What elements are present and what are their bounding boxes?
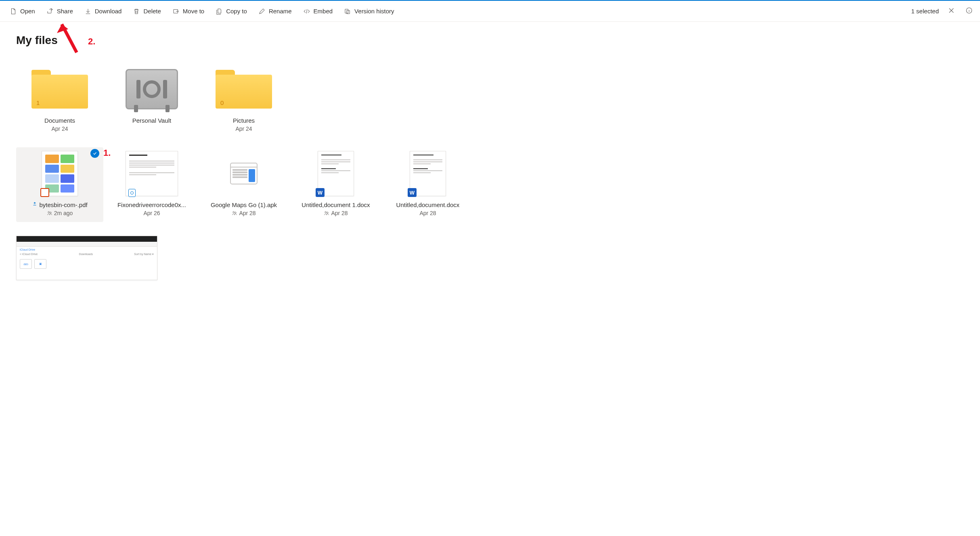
item-meta: Apr 24 bbox=[51, 126, 68, 132]
item-meta: Apr 26 bbox=[143, 210, 160, 216]
rename-button[interactable]: Rename bbox=[254, 5, 296, 17]
selection-check-icon[interactable] bbox=[90, 149, 99, 158]
svg-point-4 bbox=[48, 211, 50, 213]
folder-thumb: 1 bbox=[29, 67, 90, 111]
toolbar-left: Open Share Download Delete Move to Copy … bbox=[6, 5, 911, 17]
info-button[interactable] bbox=[964, 5, 974, 17]
download-icon bbox=[84, 8, 92, 15]
item-name: Untitled,document 1.docx bbox=[302, 201, 370, 208]
info-icon bbox=[965, 7, 973, 14]
delete-button[interactable]: Delete bbox=[129, 5, 165, 17]
selection-count: 1 selected bbox=[911, 8, 939, 15]
file-thumb bbox=[121, 151, 182, 196]
file-badge-icon bbox=[128, 189, 136, 197]
svg-point-9 bbox=[327, 212, 329, 214]
file-item-apk[interactable]: Google Maps Go (1).apk Apr 28 bbox=[200, 147, 287, 222]
share-label: Share bbox=[57, 8, 73, 15]
toolbar-right: 1 selected bbox=[911, 5, 974, 17]
item-meta: Apr 24 bbox=[235, 126, 252, 132]
file-icon bbox=[10, 8, 17, 15]
code-icon bbox=[303, 8, 310, 15]
new-badge-icon bbox=[32, 201, 38, 208]
copy-to-button[interactable]: Copy to bbox=[211, 5, 251, 17]
move-icon bbox=[172, 8, 180, 15]
file-item-image[interactable]: iCloud Drive < iCloud DriveDownloadsSort… bbox=[16, 232, 161, 286]
download-label: Download bbox=[95, 8, 122, 15]
item-meta: 2m ago bbox=[47, 210, 73, 216]
file-item-word-1[interactable]: Untitled,document 1.docx Apr 28 bbox=[292, 147, 379, 222]
close-icon bbox=[948, 7, 955, 14]
embed-label: Embed bbox=[314, 8, 333, 15]
item-name: bytesbin-com-.pdf bbox=[32, 201, 87, 208]
file-item-word-2[interactable]: Untitled,document.docx Apr 28 bbox=[384, 147, 471, 222]
embed-button[interactable]: Embed bbox=[299, 5, 337, 17]
item-meta: Apr 28 bbox=[419, 210, 436, 216]
svg-point-5 bbox=[50, 212, 51, 214]
file-grid: 1 Documents Apr 24 Personal Vault bbox=[16, 63, 964, 286]
clear-selection-button[interactable] bbox=[946, 5, 957, 17]
item-name: Pictures bbox=[233, 117, 255, 124]
folder-count: 0 bbox=[220, 99, 224, 106]
item-name: Documents bbox=[44, 117, 75, 124]
delete-label: Delete bbox=[143, 8, 161, 15]
vault-thumb bbox=[121, 67, 182, 111]
version-history-button[interactable]: Version history bbox=[340, 5, 398, 17]
folder-count: 1 bbox=[36, 99, 40, 106]
svg-point-7 bbox=[235, 212, 237, 214]
vault-item[interactable]: Personal Vault bbox=[108, 63, 195, 138]
item-name: Google Maps Go (1).apk bbox=[211, 201, 277, 208]
shared-icon bbox=[324, 210, 329, 216]
item-name: Fixonedriveerrorcode0x... bbox=[117, 201, 186, 208]
share-icon bbox=[46, 8, 54, 15]
copy-to-label: Copy to bbox=[226, 8, 247, 15]
folder-thumb: 0 bbox=[214, 67, 274, 111]
move-to-label: Move to bbox=[183, 8, 204, 15]
shared-icon bbox=[232, 210, 237, 216]
open-label: Open bbox=[20, 8, 35, 15]
svg-point-6 bbox=[233, 211, 235, 213]
folder-item-documents[interactable]: 1 Documents Apr 24 bbox=[16, 63, 103, 138]
file-thumb bbox=[214, 151, 274, 196]
move-to-button[interactable]: Move to bbox=[168, 5, 208, 17]
open-button[interactable]: Open bbox=[6, 5, 39, 17]
download-button[interactable]: Download bbox=[80, 5, 126, 17]
item-meta: Apr 28 bbox=[232, 210, 255, 216]
history-icon bbox=[344, 8, 351, 15]
file-item-doc[interactable]: Fixonedriveerrorcode0x... Apr 26 bbox=[108, 147, 195, 222]
file-thumb bbox=[306, 151, 366, 196]
page-title: My files bbox=[16, 34, 964, 47]
shared-icon bbox=[47, 210, 52, 216]
share-button[interactable]: Share bbox=[42, 5, 77, 17]
folder-item-pictures[interactable]: 0 Pictures Apr 24 bbox=[200, 63, 287, 138]
svg-point-8 bbox=[325, 211, 327, 213]
content-area: My files 2. 1. 1 Documents Apr 24 bbox=[0, 22, 980, 298]
trash-icon bbox=[133, 8, 140, 15]
file-thumb bbox=[29, 151, 90, 196]
item-name: Untitled,document.docx bbox=[396, 201, 460, 208]
item-meta: Apr 28 bbox=[324, 210, 348, 216]
version-history-label: Version history bbox=[354, 8, 394, 15]
pencil-icon bbox=[258, 8, 266, 15]
toolbar: Open Share Download Delete Move to Copy … bbox=[0, 1, 980, 22]
item-name: Personal Vault bbox=[132, 117, 171, 124]
copy-icon bbox=[216, 8, 223, 15]
rename-label: Rename bbox=[269, 8, 292, 15]
image-thumb: iCloud Drive < iCloud DriveDownloadsSort… bbox=[16, 236, 157, 280]
file-item-pdf[interactable]: bytesbin-com-.pdf 2m ago bbox=[16, 147, 103, 222]
file-thumb bbox=[398, 151, 458, 196]
